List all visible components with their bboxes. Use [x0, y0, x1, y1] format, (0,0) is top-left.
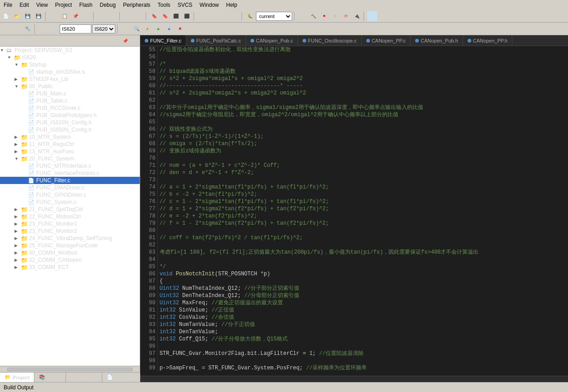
line-code[interactable]: // s^2 + 2sigma2*omiga2*s + omiga2^2 omi…	[157, 90, 568, 97]
menu-peripherals[interactable]: Peripherals	[119, 1, 154, 9]
tree-item[interactable]: 📄PUB_IS620N_Config.h	[0, 119, 140, 126]
tab-5[interactable]: CANopen_Pub.h	[411, 35, 463, 46]
line-code[interactable]: // coff = tan(f2*pi/fs)^2 / tan(fl*pi/fs…	[157, 234, 568, 241]
tree-item[interactable]: 📄PUB_RCCDriver.c	[0, 104, 140, 112]
target-select[interactable]: IS620	[92, 24, 115, 33]
copy-btn[interactable]: 📋	[60, 11, 70, 21]
sidebar-tab-functions[interactable]: {} Functions	[66, 373, 102, 382]
bookmark-btn[interactable]: 🔖	[149, 11, 159, 21]
line-code[interactable]	[157, 227, 568, 234]
tb2-btn8[interactable]: ◆	[153, 24, 163, 34]
save-all-btn[interactable]: 💾	[33, 11, 43, 21]
bookmark2-btn[interactable]: 🔖	[160, 11, 170, 21]
tree-item[interactable]: ▼📁IS620	[0, 54, 140, 61]
tab-0[interactable]: FUNC_Filter.c	[140, 35, 186, 46]
project-name-field[interactable]	[60, 24, 91, 33]
bookmark3-btn[interactable]: ⬛	[171, 11, 181, 21]
line-code[interactable]: Uint32 DenThetaIndex_Q12; //分母部分正切索引值	[157, 292, 568, 299]
tree-item[interactable]: ▶📁32_COMM_CANopen	[0, 256, 140, 264]
line-code[interactable]: // a = 1 + 2*sigma1*tan(fl*pi/fs) + tan(…	[157, 184, 568, 191]
line-code[interactable]: // e = -2 + 2*tan(f2*pi/fs)^2;	[157, 213, 568, 220]
menu-file[interactable]: File	[0, 1, 16, 9]
tree-item[interactable]: 📄FUNC_GPIODriver.c	[0, 191, 140, 198]
tree-item[interactable]: ▼🗂Project: SERVOSW_G2	[0, 47, 140, 54]
nav-back-btn[interactable]: ←	[123, 11, 133, 21]
line-code[interactable]: //sigma2用于确定分母阻尼比，即宽度，omiga2^2/omigal^2用…	[157, 111, 568, 118]
tb2-btn5[interactable]: ✏	[121, 24, 131, 34]
tree-item[interactable]: ▶📁25_FUNC_ManageFunCode	[0, 242, 140, 249]
hscroll-left[interactable]: ◀	[0, 366, 6, 373]
line-code[interactable]: /*	[157, 61, 568, 68]
line-code[interactable]: // d = 1 + 2*sigma2*tan(f2*pi/fs) + tan(…	[157, 205, 568, 213]
debug-btn[interactable]: 🐛	[245, 11, 255, 21]
line-code[interactable]	[157, 176, 568, 184]
line-code[interactable]: int32 DenTanValue;	[157, 328, 568, 335]
align3-btn[interactable]: ≡	[219, 11, 229, 21]
line-code[interactable]	[157, 241, 568, 249]
line-code[interactable]: // s = (2/Ts)*(1-Z^-1)/(1+Z^-1);	[157, 133, 568, 140]
tree-item[interactable]: 📄PUB_Table.c	[0, 97, 140, 104]
line-code[interactable]: int32 NumTanValue; //分子正切值	[157, 321, 568, 328]
tree-item[interactable]: ▶📁13_MTR_AuxFunc	[0, 148, 140, 155]
line-code[interactable]: 考虑fl=[1 100], f2=(fl 2fl];正切值最大为tan(200p…	[157, 249, 568, 256]
line-code[interactable]: // num = (a + b*Z^-1 + c*Z^-2)* Coff;	[157, 162, 568, 169]
tab-6[interactable]: CANopen_PP.h	[463, 35, 512, 46]
menu-svcs[interactable]: SVCS	[174, 1, 196, 9]
tree-item[interactable]: 📄PUB_GlobalPrototypes.h	[0, 112, 140, 119]
tab-2[interactable]: CANopen_Pub.c	[246, 35, 298, 46]
new-file-btn[interactable]: 📄	[1, 11, 11, 21]
menu-flash[interactable]: Flash	[76, 1, 96, 9]
tree-item[interactable]: 📄PUB_IS650N_Config.h	[0, 126, 140, 133]
tree-item[interactable]: 📄FUNC_InterfaceProcess.c	[0, 170, 140, 177]
line-code[interactable]: // c = 1 - 2*sigma1*tan(fl*pi/fs) + tan(…	[157, 198, 568, 205]
tree-item[interactable]: 📄FUNC_DMADriver.c	[0, 184, 140, 191]
tree-item[interactable]: ▶📁23_FUNC_Monitor2	[0, 227, 140, 235]
line-code[interactable]: p->SampFreq_ = STR_FUNC_Gvar.System.PosF…	[157, 364, 568, 372]
tb2-btn9[interactable]: ◆	[164, 24, 174, 34]
tree-item[interactable]: ▶📁11_MTR_ReguCtrl	[0, 141, 140, 148]
tree-item[interactable]: ▼📁20_FUNC_System	[0, 155, 140, 162]
line-code[interactable]: STR_FUNC_Gvar.Monitor2Flag.bit.LagFilter…	[157, 350, 568, 357]
line-code[interactable]: //位置指令陷波器函数初始化，双线性变换法进行离散	[157, 46, 568, 53]
bookmark4-btn[interactable]: ⬛	[182, 11, 192, 21]
tree-item[interactable]: ▶📁STM32F4xx_Lib	[0, 76, 140, 83]
line-code[interactable]: int32 CosValue; //余弦值	[157, 314, 568, 321]
line-code[interactable]: // s^2 + 2sigma*omigal*s + omigal^2 omig…	[157, 75, 568, 82]
line-code[interactable]: // f = 1 - 2*sigma2*tan(f2*pi/fs) + tan(…	[157, 220, 568, 227]
print-btn[interactable]: 🖨	[81, 11, 91, 21]
align4-btn[interactable]: ≡	[230, 11, 240, 21]
tb2-btn7[interactable]: ▲	[142, 24, 152, 34]
menu-window[interactable]: Window	[196, 1, 222, 9]
sidebar-pin-btn[interactable]: 📌	[122, 37, 129, 44]
tree-item[interactable]: 📄FUNC_Filter.c	[0, 177, 140, 184]
code-content[interactable]: 55 //位置指令陷波器函数初始化，双线性变换法进行离散56 57 /*58 /…	[140, 46, 568, 376]
line-code[interactable]: int32 SinValue; //正弦值	[157, 307, 568, 314]
stop-btn[interactable]: ○	[330, 11, 340, 21]
line-code[interactable]	[157, 53, 568, 61]
paste-btn[interactable]: 📌	[71, 11, 80, 21]
hscroll-thumb[interactable]	[7, 368, 133, 371]
tree-item[interactable]: 📄FUNC_MTRInterface.c	[0, 162, 140, 170]
tree-item[interactable]: 📄PUB_Main.c	[0, 90, 140, 97]
code-hscroll[interactable]	[140, 376, 568, 382]
tree-item[interactable]: 📄startup_stm32f4xx.s	[0, 68, 140, 76]
nav-fwd-btn[interactable]: →	[134, 11, 144, 21]
line-code[interactable]	[157, 256, 568, 263]
sidebar-tab-books[interactable]: 📚 Books	[34, 373, 66, 382]
sidebar-tab-templates[interactable]: 📄 Templates	[102, 373, 142, 382]
line-code[interactable]: // den = d + e*Z^-1 + f*Z^-2;	[157, 169, 568, 176]
tab-3[interactable]: FUNC_Oscilloscope.c	[298, 35, 362, 46]
line-code[interactable]: int32 Coff_Q15; //分子分母放大倍数，Q15格式	[157, 335, 568, 343]
tb2-word-btn[interactable]: abc	[49, 24, 59, 34]
line-code[interactable]	[157, 118, 568, 126]
tb2-btn3[interactable]: 🔧	[23, 24, 33, 34]
download-btn[interactable]: ⬇	[367, 11, 377, 21]
tree-item[interactable]: ▶📁33_COMM_ECT	[0, 264, 140, 271]
tab-4[interactable]: CANopen_PP.c	[362, 35, 411, 46]
tb2-btn1[interactable]: ⊞	[1, 24, 11, 34]
run-btn[interactable]: ●	[319, 11, 329, 21]
target-combo[interactable]: current	[256, 12, 292, 21]
save-btn[interactable]: 💾	[23, 11, 33, 21]
menu-tools[interactable]: Tools	[154, 1, 174, 9]
line-code[interactable]: Uint32 MaxFreq; //避免正切值溢出的最大设置	[157, 299, 568, 307]
